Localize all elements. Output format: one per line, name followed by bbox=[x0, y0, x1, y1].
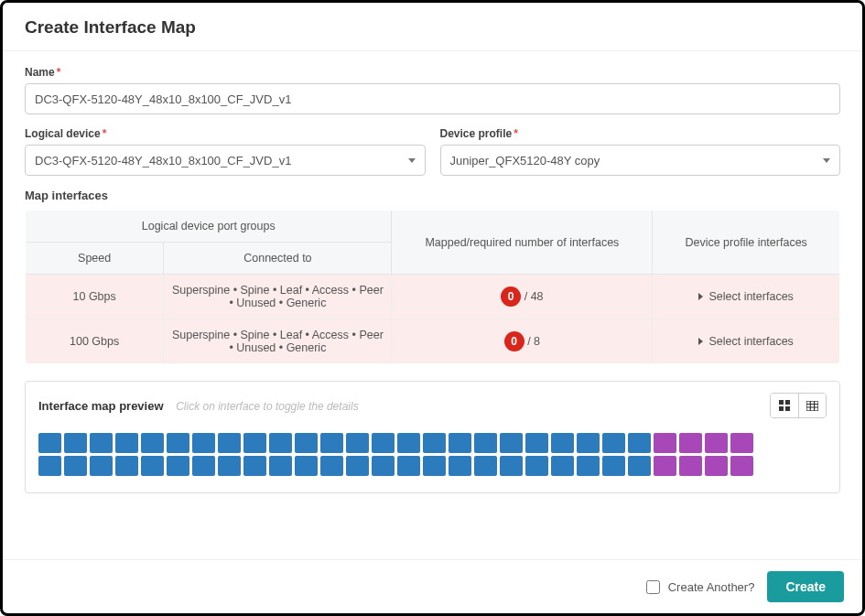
create-button[interactable]: Create bbox=[767, 571, 844, 602]
port[interactable] bbox=[243, 456, 266, 476]
port[interactable] bbox=[705, 433, 728, 453]
port[interactable] bbox=[525, 456, 548, 476]
port[interactable] bbox=[372, 433, 395, 453]
preview-hint: Click on interface to toggle the details bbox=[176, 400, 358, 413]
connected-cell: Superspine • Spine • Leaf • Access • Pee… bbox=[164, 275, 392, 319]
preview-view-toggle bbox=[770, 393, 827, 418]
name-label: Name* bbox=[25, 66, 840, 79]
port[interactable] bbox=[218, 433, 241, 453]
select-interfaces-link[interactable]: Select interfaces bbox=[698, 290, 793, 303]
port[interactable] bbox=[141, 456, 164, 476]
port[interactable] bbox=[243, 433, 266, 453]
speed-cell: 10 Gbps bbox=[26, 275, 164, 319]
mapped-cell: 0 / 48 bbox=[392, 275, 653, 319]
port[interactable] bbox=[38, 456, 61, 476]
port[interactable] bbox=[295, 456, 318, 476]
port[interactable] bbox=[192, 433, 215, 453]
create-interface-map-modal: Create Interface Map Name* Logical devic… bbox=[0, 0, 865, 616]
port[interactable] bbox=[346, 456, 369, 476]
port[interactable] bbox=[167, 433, 189, 453]
table-view-button[interactable] bbox=[798, 394, 826, 417]
col-mapped: Mapped/required number of interfaces bbox=[392, 211, 653, 275]
table-row: 10 GbpsSuperspine • Spine • Leaf • Acces… bbox=[26, 275, 840, 319]
port[interactable] bbox=[346, 433, 369, 453]
port[interactable] bbox=[705, 456, 728, 476]
caret-right-icon bbox=[698, 338, 703, 345]
port[interactable] bbox=[38, 433, 61, 453]
port[interactable] bbox=[628, 456, 651, 476]
port[interactable] bbox=[397, 433, 420, 453]
port[interactable] bbox=[167, 456, 189, 476]
port[interactable] bbox=[474, 433, 497, 453]
port[interactable] bbox=[654, 456, 676, 476]
port[interactable] bbox=[628, 433, 651, 453]
col-port-groups: Logical device port groups bbox=[26, 211, 392, 243]
port[interactable] bbox=[551, 456, 574, 476]
port[interactable] bbox=[372, 456, 395, 476]
port[interactable] bbox=[474, 456, 497, 476]
port[interactable] bbox=[64, 456, 87, 476]
table-row: 100 GbpsSuperspine • Spine • Leaf • Acce… bbox=[26, 319, 840, 364]
create-another-option[interactable]: Create Another? bbox=[643, 578, 755, 597]
port[interactable] bbox=[679, 456, 702, 476]
port[interactable] bbox=[602, 433, 625, 453]
device-profile-select[interactable]: Juniper_QFX5120-48Y copy bbox=[440, 145, 841, 176]
svg-rect-3 bbox=[785, 406, 790, 411]
mapped-count-badge: 0 bbox=[504, 331, 524, 351]
port[interactable] bbox=[218, 456, 241, 476]
svg-rect-4 bbox=[806, 401, 818, 411]
port[interactable] bbox=[423, 433, 446, 453]
create-another-checkbox[interactable] bbox=[646, 580, 660, 594]
port[interactable] bbox=[397, 456, 420, 476]
logical-device-select[interactable]: DC3-QFX-5120-48Y_48x10_8x100_CF_JVD_v1 bbox=[25, 145, 426, 176]
port[interactable] bbox=[551, 433, 574, 453]
connected-cell: Superspine • Spine • Leaf • Access • Pee… bbox=[164, 319, 392, 364]
port[interactable] bbox=[320, 433, 343, 453]
port[interactable] bbox=[577, 433, 600, 453]
device-if-cell: Select interfaces bbox=[653, 275, 840, 319]
port[interactable] bbox=[730, 433, 753, 453]
modal-header: Create Interface Map bbox=[3, 3, 862, 51]
svg-rect-1 bbox=[785, 400, 790, 405]
select-interfaces-link[interactable]: Select interfaces bbox=[698, 335, 793, 348]
port[interactable] bbox=[64, 433, 87, 453]
interface-map-preview: Interface map preview Click on interface… bbox=[25, 381, 840, 493]
port[interactable] bbox=[679, 433, 702, 453]
port[interactable] bbox=[449, 433, 471, 453]
port[interactable] bbox=[654, 433, 676, 453]
name-input[interactable] bbox=[25, 83, 840, 114]
port[interactable] bbox=[525, 433, 548, 453]
port[interactable] bbox=[269, 456, 292, 476]
port[interactable] bbox=[500, 433, 523, 453]
required-asterisk: * bbox=[57, 66, 61, 79]
col-connected: Connected to bbox=[164, 243, 392, 275]
table-icon bbox=[806, 401, 818, 411]
port[interactable] bbox=[90, 456, 113, 476]
port[interactable] bbox=[500, 456, 523, 476]
mapped-cell: 0 / 8 bbox=[392, 319, 653, 364]
port[interactable] bbox=[115, 433, 138, 453]
port[interactable] bbox=[423, 456, 446, 476]
col-device-if: Device profile interfaces bbox=[653, 211, 840, 275]
preview-title: Interface map preview bbox=[38, 399, 164, 413]
port[interactable] bbox=[602, 456, 625, 476]
port[interactable] bbox=[577, 456, 600, 476]
device-if-cell: Select interfaces bbox=[653, 319, 840, 364]
port[interactable] bbox=[90, 433, 113, 453]
port[interactable] bbox=[141, 433, 164, 453]
port[interactable] bbox=[449, 456, 471, 476]
port[interactable] bbox=[269, 433, 292, 453]
grid-view-button[interactable] bbox=[771, 394, 798, 417]
speed-cell: 100 Gbps bbox=[26, 319, 164, 364]
port[interactable] bbox=[295, 433, 318, 453]
modal-body: Name* Logical device* DC3-QFX-5120-48Y_4… bbox=[3, 51, 862, 559]
modal-footer: Create Another? Create bbox=[3, 559, 862, 613]
port[interactable] bbox=[730, 456, 753, 476]
map-interfaces-label: Map interfaces bbox=[25, 189, 840, 202]
svg-rect-2 bbox=[779, 406, 784, 411]
port[interactable] bbox=[115, 456, 138, 476]
port[interactable] bbox=[192, 456, 215, 476]
port-row bbox=[38, 433, 827, 453]
modal-title: Create Interface Map bbox=[25, 17, 840, 38]
port[interactable] bbox=[320, 456, 343, 476]
